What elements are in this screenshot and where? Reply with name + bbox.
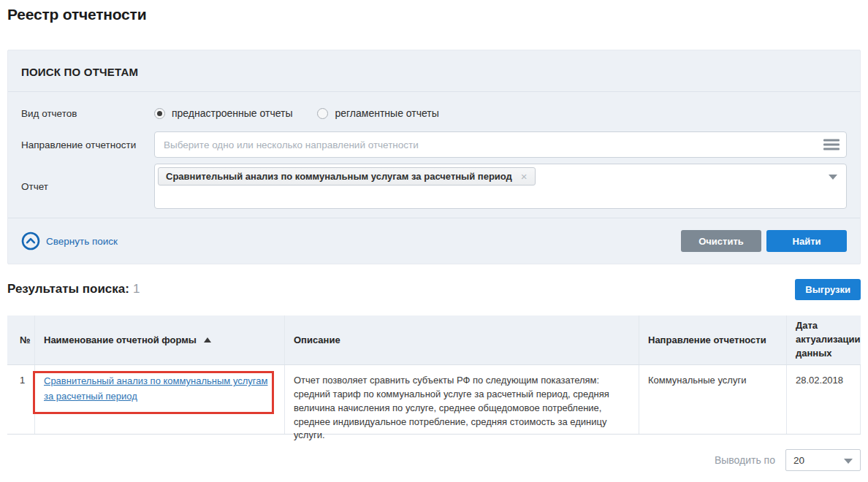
- chevron-down-icon[interactable]: [829, 175, 837, 180]
- direction-row: Направление отчетности: [21, 131, 847, 158]
- row-num: 1: [7, 365, 35, 434]
- results-count: 1: [133, 282, 140, 296]
- results-bar: Результаты поиска:1 Выгрузки: [7, 278, 861, 301]
- clear-button[interactable]: Очистить: [681, 230, 761, 252]
- header-date: Дата актуализации данных: [787, 315, 861, 364]
- page-size-value: 20: [793, 455, 804, 466]
- chevron-up-circle-icon: [21, 232, 40, 250]
- search-panel-footer: Свернуть поиск Очистить Найти: [8, 218, 860, 264]
- radio-unselected-icon[interactable]: [317, 108, 328, 119]
- radio-preconfigured-reports[interactable]: преднастроенные отчеты: [154, 107, 292, 119]
- find-button[interactable]: Найти: [766, 230, 847, 252]
- collapse-search-link[interactable]: Свернуть поиск: [21, 232, 118, 250]
- results-label: Результаты поиска:: [7, 282, 129, 296]
- report-registry-page: Реестр отчетности ПОИСК ПО ОТЧЕТАМ Вид о…: [0, 0, 868, 482]
- search-panel: ПОИСК ПО ОТЧЕТАМ Вид отчетов преднастрое…: [7, 50, 861, 264]
- row-date: 28.02.2018: [787, 365, 861, 434]
- direction-input[interactable]: [154, 131, 847, 158]
- search-panel-title: ПОИСК ПО ОТЧЕТАМ: [8, 50, 860, 92]
- radio-regulated-label: регламентные отчеты: [335, 107, 438, 119]
- hamburger-menu-icon[interactable]: [823, 139, 840, 150]
- report-row: Отчет Сравнительный анализ по коммунальн…: [21, 164, 847, 209]
- header-description: Описание: [285, 315, 639, 364]
- page-title: Реестр отчетности: [7, 6, 146, 23]
- results-table: № Наименование отчетной формы Описание Н…: [7, 315, 861, 435]
- search-form: Вид отчетов преднастроенные отчеты регла…: [8, 92, 860, 218]
- table-header-row: № Наименование отчетной формы Описание Н…: [7, 315, 861, 365]
- row-direction: Коммунальные услуги: [639, 365, 787, 434]
- report-link[interactable]: Сравнительный анализ по коммунальным усл…: [44, 374, 275, 405]
- row-name-cell: Сравнительный анализ по коммунальным усл…: [35, 365, 285, 434]
- pagination: Выводить по 20: [715, 449, 861, 471]
- report-type-row: Вид отчетов преднастроенные отчеты регла…: [21, 105, 847, 121]
- page-size-select[interactable]: 20: [785, 449, 861, 471]
- caret-down-icon: [844, 459, 853, 464]
- collapse-search-label: Свернуть поиск: [46, 236, 118, 247]
- chip-close-icon[interactable]: ×: [521, 171, 528, 182]
- direction-label: Направление отчетности: [21, 139, 154, 150]
- row-description: Отчет позволяет сравнить субъекты РФ по …: [285, 365, 639, 434]
- search-buttons: Очистить Найти: [681, 230, 847, 252]
- results-title: Результаты поиска:1: [7, 282, 140, 297]
- page-size-label: Выводить по: [715, 454, 775, 466]
- sort-asc-icon[interactable]: [204, 337, 211, 343]
- direction-field-wrap: [154, 131, 847, 158]
- selected-report-chip: Сравнительный анализ по коммунальным усл…: [158, 167, 536, 185]
- report-multiselect[interactable]: Сравнительный анализ по коммунальным усл…: [154, 164, 847, 209]
- header-name[interactable]: Наименование отчетной формы: [35, 315, 285, 364]
- report-label: Отчет: [21, 181, 154, 192]
- header-num: №: [7, 315, 35, 364]
- radio-preconfigured-label: преднастроенные отчеты: [172, 107, 292, 119]
- radio-regulated-reports[interactable]: регламентные отчеты: [317, 107, 438, 119]
- header-name-label: Наименование отчетной формы: [44, 334, 197, 345]
- report-type-radio-group: преднастроенные отчеты регламентные отче…: [154, 107, 439, 119]
- header-direction: Направление отчетности: [639, 315, 787, 364]
- exports-button[interactable]: Выгрузки: [795, 279, 861, 300]
- radio-selected-icon[interactable]: [154, 108, 165, 119]
- selected-report-chip-text: Сравнительный анализ по коммунальным усл…: [166, 171, 512, 182]
- table-row: 1 Сравнительный анализ по коммунальным у…: [7, 365, 861, 435]
- report-type-label: Вид отчетов: [21, 108, 154, 119]
